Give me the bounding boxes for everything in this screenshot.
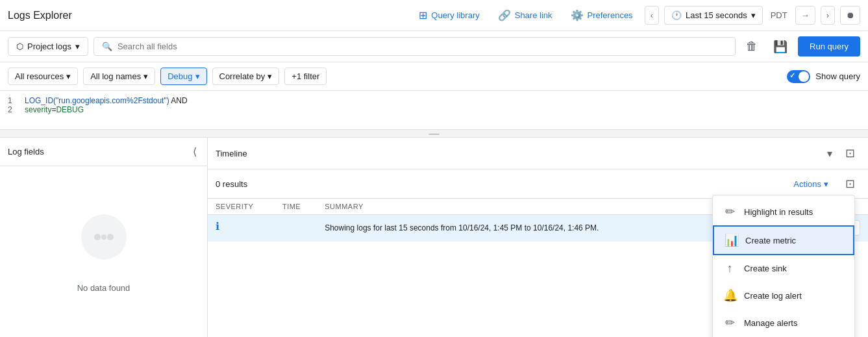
preferences-button[interactable]: ⚙️ Preferences xyxy=(564,5,639,25)
chevron-down-icon: ▾ xyxy=(143,71,148,81)
timeline-controls: ▾ ⊡ xyxy=(825,143,860,164)
nav-prev-button[interactable]: ‹ xyxy=(645,6,659,25)
actions-dropdown-menu: ✏Highlight in results📊Create metric↑Crea… xyxy=(712,195,855,337)
project-icon: ⬡ xyxy=(16,42,23,51)
all-log-names-button[interactable]: All log names ▾ xyxy=(83,68,155,85)
menu-item-create_log_alert[interactable]: 🔔Create log alert xyxy=(713,282,854,309)
showing-text: Showing logs for last 15 seconds from 10… xyxy=(325,223,708,232)
timeline-header: Timeline ▾ ⊡ xyxy=(208,138,868,169)
clock-icon: 🕐 xyxy=(671,10,682,20)
time-range-button[interactable]: 🕐 Last 15 seconds ▾ xyxy=(664,6,763,25)
show-query-switch[interactable]: ✓ xyxy=(787,70,810,83)
search-icon: 🔍 xyxy=(102,42,112,51)
line-number-2: 2 xyxy=(8,105,12,114)
share-link-button[interactable]: 🔗 Share link xyxy=(491,5,559,25)
actions-button[interactable]: Actions ▾ xyxy=(787,176,835,192)
correlate-by-button[interactable]: Correlate by ▾ xyxy=(212,68,280,85)
query-library-button[interactable]: ⊞ Query library xyxy=(412,5,486,25)
cell-severity: ℹ xyxy=(208,215,275,242)
log-fields-title: Log fields xyxy=(8,147,44,156)
svg-point-2 xyxy=(101,234,106,240)
filter-plus-button[interactable]: +1 filter xyxy=(284,68,327,85)
chevron-down-icon: ▾ xyxy=(66,71,71,81)
timeline-dropdown-button[interactable]: ▾ xyxy=(825,145,835,162)
chevron-down-icon: ▾ xyxy=(267,71,272,81)
log-fields-body: No data found xyxy=(0,166,207,337)
collapse-panel-button[interactable]: ⟨ xyxy=(190,143,199,160)
actions-chevron-icon: ▾ xyxy=(824,179,828,189)
info-icon: ℹ xyxy=(216,221,219,232)
menu-item-create_sink[interactable]: ↑Create sink xyxy=(713,255,854,282)
create_log_alert-icon: 🔔 xyxy=(723,288,736,303)
menu-item-label-create_metric: Create metric xyxy=(745,236,796,245)
toggle-check-icon: ✓ xyxy=(789,71,795,80)
menu-item-label-highlight: Highlight in results xyxy=(744,207,813,217)
resize-handle[interactable]: — xyxy=(0,130,868,138)
svg-point-1 xyxy=(94,234,101,240)
share-link-icon: 🔗 xyxy=(498,9,511,21)
filter-bar: All resources ▾ All log names ▾ Debug ▾ … xyxy=(0,62,868,91)
manage_alerts-icon: ✏ xyxy=(723,316,736,330)
timezone-label: PDT xyxy=(768,10,790,20)
stream-icon: ⏺ xyxy=(846,10,854,20)
query-line-1: 1 LOG_ID("run.googleapis.com%2Fstdout") … xyxy=(8,96,860,105)
expand-timeline-button[interactable]: ⊡ xyxy=(840,143,860,164)
stream-button[interactable]: ⏺ xyxy=(840,6,860,25)
project-logs-button[interactable]: ⬡ Project logs ▾ xyxy=(8,37,88,56)
no-data-text: No data found xyxy=(77,283,130,293)
nav-next-button[interactable]: → xyxy=(795,6,815,25)
query-library-icon: ⊞ xyxy=(419,9,427,21)
menu-item-highlight[interactable]: ✏Highlight in results xyxy=(713,198,854,225)
menu-item-label-manage_alerts: Manage alerts xyxy=(744,318,797,328)
all-resources-button[interactable]: All resources ▾ xyxy=(8,68,78,85)
menu-item-label-create_sink: Create sink xyxy=(744,264,787,273)
chevron-down-icon: ▾ xyxy=(195,71,200,81)
cell-time xyxy=(275,215,317,242)
menu-item-manage_alerts[interactable]: ✏Manage alerts xyxy=(713,309,854,336)
col-time: TIME xyxy=(275,199,317,215)
debug-button[interactable]: Debug ▾ xyxy=(160,68,206,85)
nav-forward-button[interactable]: › xyxy=(821,6,835,25)
show-query-toggle: ✓ Show query xyxy=(787,70,860,83)
chevron-down-icon: ▾ xyxy=(75,42,80,51)
query-line-2: 2 severity=DEBUG xyxy=(8,105,860,114)
col-severity: SEVERITY xyxy=(208,199,275,215)
save-button[interactable]: 💾 xyxy=(768,36,793,58)
log-fields-header: Log fields ⟨ xyxy=(0,138,207,166)
timeline-title: Timeline xyxy=(216,149,247,158)
results-count: 0 results xyxy=(216,179,247,189)
top-nav: Logs Explorer ⊞ Query library 🔗 Share li… xyxy=(0,0,868,31)
no-data-icon xyxy=(78,211,130,275)
app-title: Logs Explorer xyxy=(8,10,72,21)
svg-point-3 xyxy=(107,234,114,240)
query-editor[interactable]: 1 LOG_ID("run.googleapis.com%2Fstdout") … xyxy=(0,91,868,130)
toolbar: ⬡ Project logs ▾ 🔍 🗑 💾 Run query xyxy=(0,31,868,62)
clear-button[interactable]: 🗑 xyxy=(741,36,763,57)
create_sink-icon: ↑ xyxy=(723,262,736,275)
search-input[interactable] xyxy=(118,42,727,51)
menu-item-label-create_log_alert: Create log alert xyxy=(744,291,802,301)
highlight-icon: ✏ xyxy=(723,205,736,219)
chevron-down-icon: ▾ xyxy=(751,10,756,20)
log-fields-panel: Log fields ⟨ No data found xyxy=(0,138,208,337)
line-number-1: 1 xyxy=(8,96,12,105)
create_metric-icon: 📊 xyxy=(725,233,738,247)
preferences-icon: ⚙️ xyxy=(571,9,584,21)
run-query-button[interactable]: Run query xyxy=(798,36,860,56)
menu-item-create_metric[interactable]: 📊Create metric xyxy=(713,225,854,255)
expand-results-button[interactable]: ⊡ xyxy=(840,173,860,194)
search-container: 🔍 xyxy=(93,37,736,56)
